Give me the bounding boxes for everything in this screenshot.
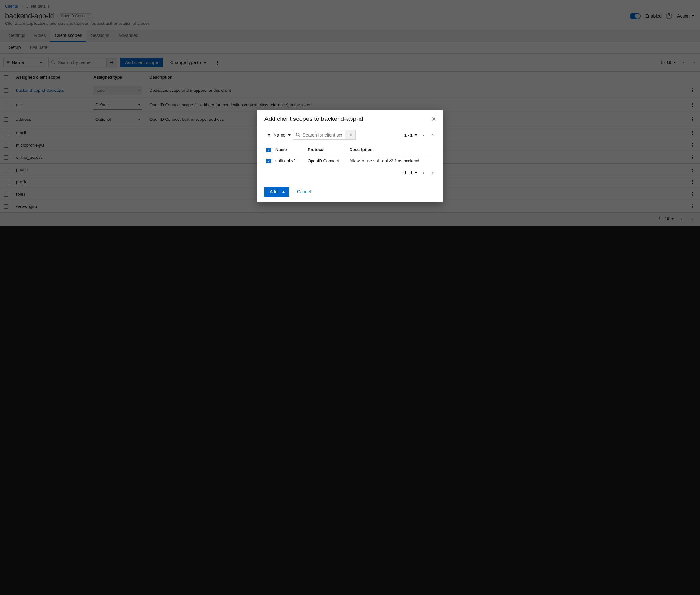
modal-filter-dropdown[interactable]: Name <box>264 131 293 139</box>
modal-pagination-prev-bottom[interactable]: ‹ <box>421 170 426 175</box>
modal-pagination-bottom-row: 1 - 1 ‹ › <box>264 166 436 179</box>
modal-scopes-table: ✓ Name Protocol Description ✓split-api-v… <box>264 144 436 166</box>
modal-table-row: ✓split-api-v2.1OpenID ConnectAllow to us… <box>264 155 436 166</box>
modal-column-description: Description <box>347 144 436 156</box>
modal-pagination-range-bottom: 1 - 1 <box>404 170 413 175</box>
modal-add-button[interactable]: Add <box>264 187 289 197</box>
modal-overlay[interactable]: ✕ Add client scopes to backend-app-id Na… <box>0 0 700 387</box>
modal-toolbar: Name 1 - 1 ‹ <box>264 126 436 144</box>
modal-row-checkbox[interactable]: ✓ <box>267 159 271 163</box>
caret-up-icon <box>282 191 285 193</box>
modal-pagination-top: 1 - 1 ‹ › <box>404 133 436 138</box>
modal-pagination-next-bottom[interactable]: › <box>430 170 436 175</box>
modal-scope-protocol: OpenID Connect <box>306 155 347 166</box>
modal-column-name: Name <box>274 144 306 156</box>
modal-pagination-next[interactable]: › <box>430 133 436 138</box>
modal-close-button[interactable]: ✕ <box>429 115 438 123</box>
modal-add-label: Add <box>270 189 278 194</box>
modal-select-all-checkbox[interactable]: ✓ <box>267 148 271 152</box>
modal-title: Add client scopes to backend-app-id <box>257 110 443 124</box>
add-client-scopes-modal: ✕ Add client scopes to backend-app-id Na… <box>257 110 443 202</box>
funnel-icon <box>267 133 271 137</box>
svg-point-3 <box>297 133 299 136</box>
modal-scope-name: split-api-v2.1 <box>274 155 306 166</box>
modal-column-protocol: Protocol <box>306 144 347 156</box>
svg-line-4 <box>299 136 300 137</box>
modal-pagination-bottom: 1 - 1 ‹ › <box>404 170 436 175</box>
search-icon <box>296 133 300 138</box>
modal-pagination-count-dropdown[interactable]: 1 - 1 <box>404 133 417 138</box>
caret-down-icon <box>288 134 290 136</box>
modal-scope-description: Allow to use split-api v2.1 as backend <box>347 155 436 166</box>
caret-down-icon <box>415 134 417 136</box>
modal-footer: Add Cancel <box>257 182 443 202</box>
modal-pagination-range: 1 - 1 <box>404 133 413 138</box>
modal-pagination-count-dropdown-bottom[interactable]: 1 - 1 <box>404 170 417 175</box>
modal-cancel-button[interactable]: Cancel <box>295 189 313 195</box>
modal-filter-label: Name <box>274 133 285 138</box>
arrow-right-icon <box>348 133 353 137</box>
modal-search-input[interactable] <box>293 130 345 140</box>
modal-pagination-prev[interactable]: ‹ <box>421 133 426 138</box>
modal-search-submit-button[interactable] <box>345 130 356 140</box>
caret-down-icon <box>415 172 417 174</box>
